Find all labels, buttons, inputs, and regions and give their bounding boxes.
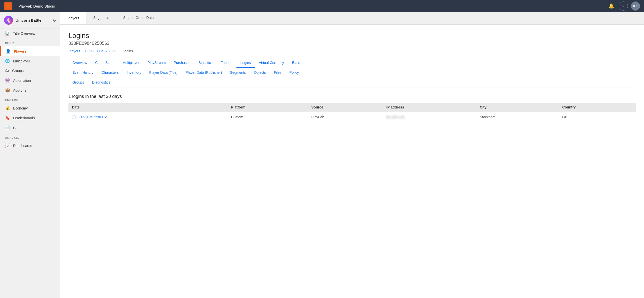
breadcrumb-players-link[interactable]: Players [68,49,80,53]
sub-tab-multiplayer[interactable]: Multiplayer [118,58,144,68]
player-id-heading: 833FE09840250563 [68,41,636,46]
sub-nav-row-1: Overview Cloud Script Multiplayer PlaySt… [68,58,636,68]
sidebar-label-leaderboards: Leaderboards [13,116,35,120]
sub-tab-policy[interactable]: Policy [285,68,303,78]
tab-players[interactable]: Players [60,12,86,24]
addons-icon: 📦 [5,88,10,93]
dashboards-icon: 📈 [5,143,10,148]
sidebar-label-multiplayer: Multiplayer [13,59,30,63]
sub-tab-statistics[interactable]: Statistics [194,58,217,68]
sub-nav-row-2: Event History Characters Inventory Playe… [68,68,636,78]
sub-tab-characters[interactable]: Characters [97,68,123,78]
tab-shared-group-data[interactable]: Shared Group Data [116,12,161,24]
cell-city: Stockport [476,112,559,122]
notification-icon[interactable]: 🔔 [607,2,616,11]
breadcrumb-playerid-link[interactable]: 833FE09840250563 [85,49,117,53]
topbar-divider [15,3,15,9]
table-row: i 9/15/2019 2:30 PM Custom PlayFab 8x.1x… [68,112,636,122]
sub-tab-cloud-script[interactable]: Cloud Script [91,58,118,68]
automation-icon: 👾 [5,78,10,83]
sub-tab-inventory[interactable]: Inventory [123,68,145,78]
col-platform: Platform [228,103,308,112]
players-icon: 👤 [6,49,11,54]
sidebar-section-analyze: ANALYZE [0,133,60,141]
app-layout: 🦄 Unicorn Battle ⚙ 📊 Title Overview BUIL… [0,12,644,298]
groups-icon: 🗂 [5,68,9,73]
bar-chart-icon: 📊 [5,31,10,36]
date-value: 9/15/2019 2:30 PM [77,115,107,119]
ip-value: 8x.1x5.x.x0 [386,115,404,119]
breadcrumb-sep-1: › [82,49,84,53]
col-ip: IP address [383,103,476,112]
col-date: Date [68,103,228,112]
col-source: Source [308,103,383,112]
leaderboards-icon: 🔖 [5,116,10,120]
sub-tab-files[interactable]: Files [270,68,286,78]
sidebar-label-automation: Automation [13,79,31,83]
user-avatar[interactable]: KE [631,2,640,11]
sidebar-label-players: Players [14,49,26,53]
breadcrumb: Players › 833FE09840250563 › Logins [68,49,636,53]
logins-summary: 1 logins in the last 30 days [68,94,636,99]
sub-tab-purchases[interactable]: Purchases [170,58,194,68]
sub-tab-player-data-publisher[interactable]: Player Data (Publisher) [182,68,226,78]
sidebar-label-dashboards: Dashboards [13,144,32,148]
sub-tab-groups[interactable]: Groups [68,78,88,88]
content-icon: 📄 [5,125,10,130]
tab-segments[interactable]: Segments [86,12,116,24]
sub-tab-logins[interactable]: Logins [236,58,255,68]
sidebar-section-build: BUILD [0,38,60,46]
sidebar-item-content[interactable]: 📄 Content [0,123,60,133]
breadcrumb-sep-2: › [119,49,120,53]
sidebar-label-addons: Add-ons [13,88,26,92]
sidebar-item-title-overview[interactable]: 📊 Title Overview [0,28,60,38]
sub-tab-diagnostics[interactable]: Diagnostics [88,78,114,88]
sidebar: 🦄 Unicorn Battle ⚙ 📊 Title Overview BUIL… [0,12,60,298]
sidebar-item-leaderboards[interactable]: 🔖 Leaderboards [0,113,60,123]
settings-gear-icon[interactable]: ⚙ [53,18,56,23]
sidebar-item-dashboards[interactable]: 📈 Dashboards [0,141,60,151]
breadcrumb-current: Logins [123,49,133,53]
main-content: Players Segments Shared Group Data Login… [60,12,644,298]
help-icon[interactable]: ? [619,2,628,11]
sub-tab-event-history[interactable]: Event History [68,68,97,78]
date-link[interactable]: i 9/15/2019 2:30 PM [72,115,224,119]
sidebar-game-header: 🦄 Unicorn Battle ⚙ [0,12,60,28]
sub-tab-playstream[interactable]: PlayStream [143,58,170,68]
sub-tab-bans[interactable]: Bans [288,58,304,68]
studio-title: PlayFab Demo Studio [18,4,55,8]
sub-nav: Overview Cloud Script Multiplayer PlaySt… [68,58,636,88]
sidebar-label-groups: Groups [12,69,24,73]
economy-icon: 💰 [5,106,10,110]
sidebar-item-economy[interactable]: 💰 Economy [0,103,60,113]
sidebar-item-automation[interactable]: 👾 Automation [0,76,60,85]
cell-ip: 8x.1x5.x.x0 [383,112,476,122]
sidebar-item-multiplayer[interactable]: 🌐 Multiplayer [0,56,60,66]
sidebar-label-content: Content [13,126,25,130]
main-tab-bar: Players Segments Shared Group Data [60,12,644,25]
sidebar-item-players[interactable]: 👤 Players [0,46,60,56]
info-icon: i [72,115,76,119]
sidebar-item-addons[interactable]: 📦 Add-ons [0,85,60,95]
game-name: Unicorn Battle [16,18,42,22]
sidebar-item-groups[interactable]: 🗂 Groups [0,66,60,76]
page-title: Logins [68,32,636,40]
game-icon: 🦄 [4,16,13,25]
multiplayer-icon: 🌐 [5,59,10,63]
sub-tab-overview[interactable]: Overview [68,58,91,68]
table-header-row: Date Platform Source IP address City Cou… [68,103,636,112]
cell-country: GB [559,112,636,122]
cell-source: PlayFab [308,112,383,122]
logins-table: Date Platform Source IP address City Cou… [68,103,636,122]
sub-tab-virtual-currency[interactable]: Virtual Currency [255,58,288,68]
sub-tab-segments[interactable]: Segments [226,68,250,78]
playfab-logo [4,2,12,10]
cell-platform: Custom [228,112,308,122]
topbar: PlayFab Demo Studio 🔔 ? KE [0,0,644,12]
sub-nav-row-3: Groups Diagnostics [68,78,636,88]
sub-tab-player-data-title[interactable]: Player Data (Title) [145,68,181,78]
content-area: Logins 833FE09840250563 Players › 833FE0… [60,25,644,129]
col-country: Country [559,103,636,112]
sub-tab-objects[interactable]: Objects [250,68,270,78]
sub-tab-friends[interactable]: Friends [217,58,236,68]
